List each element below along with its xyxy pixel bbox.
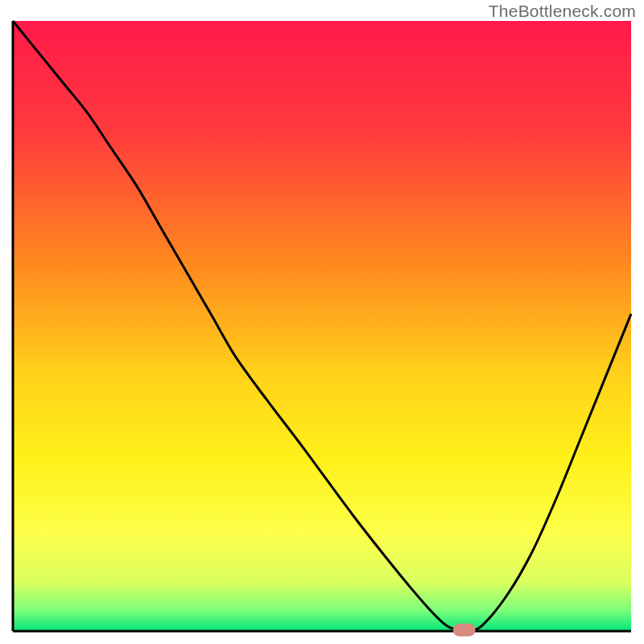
- bottleneck-chart: [0, 0, 644, 644]
- chart-container: { "watermark": "TheBottleneck.com", "cha…: [0, 0, 644, 644]
- watermark-text: TheBottleneck.com: [489, 2, 636, 21]
- optimum-marker: [453, 623, 476, 636]
